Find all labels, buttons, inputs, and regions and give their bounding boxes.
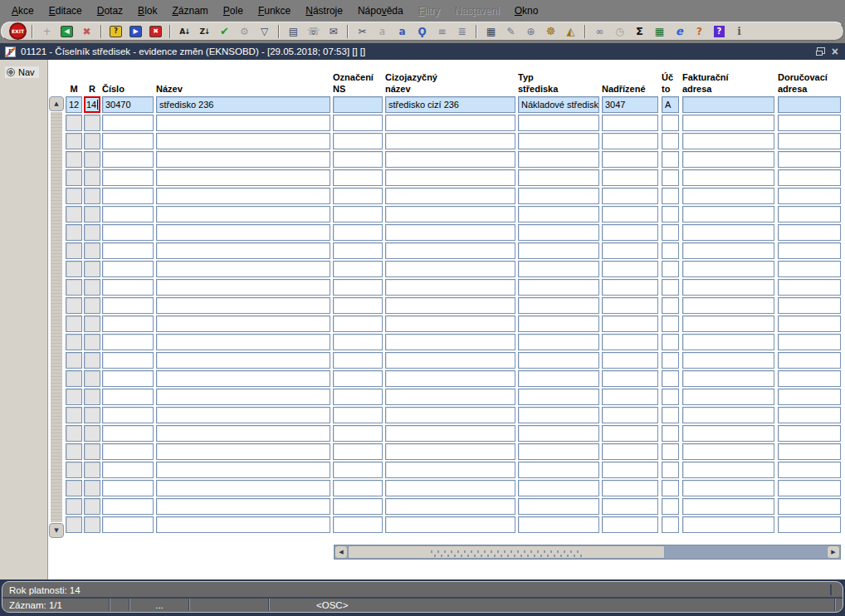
faq-icon[interactable]: ? — [690, 23, 709, 40]
cell-cislo[interactable]: 30470 — [102, 96, 154, 113]
cell-cislo[interactable] — [102, 261, 154, 277]
cell-cizojazycny-nazev[interactable] — [385, 334, 515, 350]
vertical-scroll-track[interactable] — [51, 112, 62, 522]
cell-m[interactable] — [66, 242, 82, 259]
cell-ucto[interactable] — [662, 224, 679, 241]
cell-ucto[interactable] — [662, 206, 679, 222]
wizard-mountain-icon[interactable]: ◭ — [561, 23, 580, 40]
cell-r[interactable] — [84, 261, 100, 277]
cell-cizojazycny-nazev[interactable] — [385, 462, 515, 478]
cell-r[interactable] — [84, 133, 100, 149]
cell-nadrizene[interactable] — [602, 188, 658, 204]
cell-dorucovaci-adresa[interactable] — [778, 334, 841, 350]
cell-oznaceni-ns[interactable] — [333, 297, 383, 314]
nav-radio[interactable]: Nav — [5, 66, 39, 78]
cell-fakturacni-adresa[interactable] — [682, 297, 774, 314]
cell-dorucovaci-adresa[interactable] — [778, 169, 841, 186]
cell-cislo[interactable] — [102, 188, 154, 204]
scroll-down-icon[interactable]: ▼ — [49, 523, 64, 538]
cell-m[interactable] — [66, 315, 82, 332]
cell-cislo[interactable] — [102, 480, 154, 496]
outline-list-icon[interactable]: ≡ — [432, 23, 452, 40]
cell-cizojazycny-nazev[interactable] — [385, 352, 515, 369]
cell-ucto[interactable] — [662, 516, 679, 533]
cancel-query-icon[interactable]: ✖ — [146, 23, 165, 40]
binoculars-icon[interactable]: ∞ — [590, 23, 609, 40]
cell-typ-strediska[interactable] — [518, 352, 599, 369]
cell-oznaceni-ns[interactable] — [333, 516, 383, 533]
cell-r[interactable] — [84, 389, 100, 405]
cell-r[interactable] — [84, 480, 100, 496]
cell-ucto[interactable] — [662, 242, 679, 259]
cell-fakturacni-adresa[interactable] — [682, 188, 774, 204]
globe-icon[interactable]: ⊕ — [521, 23, 540, 40]
cell-fakturacni-adresa[interactable] — [682, 443, 774, 460]
cell-nadrizene[interactable] — [602, 389, 658, 405]
cell-r[interactable] — [84, 188, 100, 204]
cell-nazev[interactable] — [156, 115, 330, 131]
cell-fakturacni-adresa[interactable] — [682, 279, 774, 296]
cell-dorucovaci-adresa[interactable] — [778, 425, 841, 442]
cell-oznaceni-ns[interactable] — [333, 188, 383, 204]
cell-ucto[interactable] — [662, 389, 679, 405]
cell-m[interactable] — [66, 370, 82, 387]
cell-nadrizene[interactable] — [602, 115, 658, 131]
cell-fakturacni-adresa[interactable] — [682, 133, 774, 149]
cell-dorucovaci-adresa[interactable] — [778, 297, 841, 314]
cell-nazev[interactable] — [156, 389, 330, 405]
cell-cizojazycny-nazev[interactable] — [385, 224, 515, 241]
cell-nazev[interactable] — [156, 407, 330, 423]
cell-ucto[interactable] — [662, 169, 679, 186]
cell-typ-strediska[interactable] — [518, 133, 599, 149]
cell-m[interactable] — [66, 188, 82, 204]
cell-oznaceni-ns[interactable] — [333, 370, 383, 387]
cell-r[interactable] — [84, 516, 100, 533]
cell-cislo[interactable] — [102, 516, 154, 533]
cell-typ-strediska[interactable] — [518, 169, 599, 186]
horizontal-scroll-track[interactable] — [665, 545, 827, 559]
cell-nadrizene[interactable] — [602, 133, 658, 149]
cell-cizojazycny-nazev[interactable] — [385, 133, 515, 149]
cell-m[interactable] — [66, 480, 82, 496]
cell-dorucovaci-adresa[interactable] — [778, 242, 841, 259]
cell-nadrizene[interactable] — [602, 370, 658, 387]
cell-typ-strediska[interactable] — [518, 242, 599, 259]
cell-r[interactable] — [84, 443, 100, 460]
cell-dorucovaci-adresa[interactable] — [778, 389, 841, 405]
horizontal-scrollbar[interactable]: ◀ ▶ — [334, 545, 841, 560]
cell-dorucovaci-adresa[interactable] — [778, 443, 841, 460]
help-icon[interactable]: ? — [710, 23, 729, 40]
cell-r[interactable] — [84, 169, 100, 186]
filter-funnel-icon[interactable]: ▽ — [255, 23, 274, 40]
menu-item-akce[interactable]: Akce — [4, 0, 42, 22]
cell-r[interactable] — [84, 407, 100, 423]
cell-ucto[interactable] — [662, 370, 679, 387]
cell-nazev[interactable] — [156, 242, 330, 259]
cell-fakturacni-adresa[interactable] — [682, 115, 774, 131]
cell-nazev[interactable] — [156, 498, 330, 515]
cell-cislo[interactable] — [102, 169, 154, 186]
cut-icon[interactable]: ✂ — [353, 23, 372, 40]
cell-dorucovaci-adresa[interactable] — [778, 188, 841, 204]
calendar-icon[interactable]: ▦ — [481, 23, 501, 40]
cell-oznaceni-ns[interactable] — [333, 279, 383, 296]
cell-nadrizene[interactable] — [602, 352, 658, 369]
cell-cislo[interactable] — [102, 443, 154, 460]
cell-ucto[interactable] — [662, 425, 679, 442]
cell-fakturacni-adresa[interactable] — [682, 96, 774, 113]
cell-cislo[interactable] — [102, 389, 154, 405]
cell-nadrizene[interactable] — [602, 151, 658, 168]
cell-m[interactable]: 12 — [66, 96, 82, 113]
cell-fakturacni-adresa[interactable] — [682, 242, 774, 259]
cell-typ-strediska[interactable] — [518, 407, 599, 423]
cell-nazev[interactable] — [156, 261, 330, 277]
cell-cizojazycny-nazev[interactable]: středisko cizí 236 — [385, 96, 515, 113]
cell-cizojazycny-nazev[interactable] — [385, 115, 515, 131]
cell-nazev[interactable] — [156, 224, 330, 241]
cell-r[interactable] — [84, 206, 100, 222]
cell-fakturacni-adresa[interactable] — [682, 315, 774, 332]
cell-typ-strediska[interactable] — [518, 370, 599, 387]
cell-r[interactable] — [84, 279, 100, 296]
cell-cislo[interactable] — [102, 425, 154, 442]
cell-cizojazycny-nazev[interactable] — [385, 516, 515, 533]
